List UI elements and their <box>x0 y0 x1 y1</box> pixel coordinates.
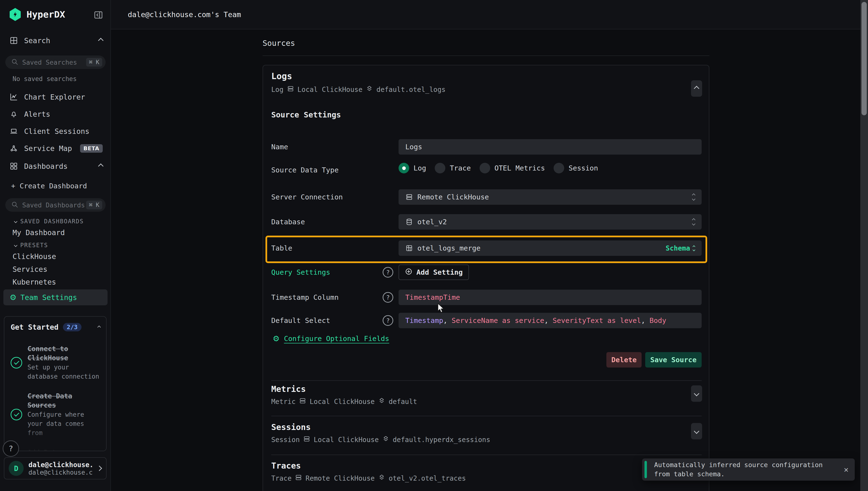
chevron-up-icon <box>694 86 699 91</box>
source-type-text: Metric <box>271 398 296 406</box>
sidebar: HyperDX Search Saved Searches ⌘ K No sav… <box>0 0 111 491</box>
database-label: Database <box>271 216 305 227</box>
logs-section-title: Logs <box>271 71 292 81</box>
sql-sep: , <box>443 316 452 325</box>
server-connection-select[interactable]: Remote ClickHouse <box>398 189 701 205</box>
server-icon <box>295 474 302 483</box>
sidebar-item-clickhouse[interactable]: ClickHouse <box>12 252 56 261</box>
database-select[interactable]: otel_v2 <box>398 214 701 230</box>
search-icon <box>11 201 18 209</box>
sidebar-item-alerts[interactable]: Alerts <box>0 107 111 121</box>
get-started-header[interactable]: Get Started 2/3 <box>4 317 106 334</box>
search-icon <box>11 58 18 66</box>
expand-metrics-button[interactable] <box>691 385 702 402</box>
sql-token: Body <box>650 316 666 325</box>
question-mark-icon: ? <box>8 444 13 453</box>
saved-searches-input[interactable]: Saved Searches ⌘ K <box>5 55 106 69</box>
saved-dashboards-placeholder: Saved Dashboards <box>22 201 86 209</box>
add-setting-label: Add Setting <box>416 268 463 277</box>
question-circle-icon[interactable]: ? <box>383 292 393 302</box>
table-grid-icon <box>405 244 413 252</box>
divider <box>271 416 701 416</box>
question-circle-icon[interactable]: ? <box>383 267 393 278</box>
shortcut-badge: ⌘ K <box>86 58 102 66</box>
sql-token: Timestamp <box>405 316 443 325</box>
save-source-button[interactable]: Save Source <box>645 352 701 368</box>
radio-log[interactable]: Log <box>398 163 426 173</box>
question-mark: ? <box>386 269 390 276</box>
select-chevrons-icon <box>692 194 695 200</box>
close-icon[interactable]: ✕ <box>844 465 848 474</box>
saved-dashboards-input[interactable]: Saved Dashboards ⌘ K <box>5 198 106 212</box>
delete-button[interactable]: Delete <box>606 352 641 368</box>
default-select-input[interactable]: Timestamp, ServiceName as service, Sever… <box>398 313 701 328</box>
radio-session[interactable]: Session <box>553 163 598 173</box>
get-started-item-title: Connect to ClickHouse <box>28 344 96 363</box>
timestamp-column-input[interactable]: TimestampTime <box>398 290 701 305</box>
progress-badge: 2/3 <box>63 323 82 331</box>
table-name-text: otel_v2.otel_traces <box>389 474 466 482</box>
layers-icon <box>378 397 385 406</box>
sidebar-item-team-settings[interactable]: ⚙ Team Settings <box>3 289 108 305</box>
sidebar-item-services[interactable]: Services <box>12 265 48 273</box>
profile-card[interactable]: D dale@clickhouse.… dale@clickhouse.c… <box>4 457 107 480</box>
database-value: otel_v2 <box>417 218 447 226</box>
create-dashboard-button[interactable]: + Create Dashboard <box>0 179 111 193</box>
schema-badge[interactable]: Schema <box>666 244 695 252</box>
divider <box>271 455 701 455</box>
radio-trace[interactable]: Trace <box>435 163 471 173</box>
section-label: PRESETS <box>20 242 48 249</box>
sidebar-item-kubernetes[interactable]: Kubernetes <box>12 278 56 286</box>
table-name-text: default.hyperdx_sessions <box>393 436 490 444</box>
timestamp-column-value: TimestampTime <box>405 293 460 301</box>
name-input[interactable]: Logs <box>398 139 701 154</box>
server-name-text: Local ClickHouse <box>298 86 363 93</box>
gear-icon: ⚙ <box>273 334 280 343</box>
chart-explorer-icon <box>10 93 20 101</box>
server-connection-label: Server Connection <box>271 192 343 202</box>
timestamp-column-label: Timestamp Column <box>271 292 338 302</box>
sql-token: SeverityText as level <box>552 316 641 325</box>
source-settings-heading: Source Settings <box>271 110 341 119</box>
database-icon <box>405 218 413 226</box>
sidebar-collapse-icon[interactable] <box>94 10 103 20</box>
radio-label: OTEL Metrics <box>495 164 545 172</box>
no-saved-searches-text: No saved searches <box>12 75 77 83</box>
get-started-item-connect[interactable]: Connect to ClickHouse Set up your databa… <box>4 344 106 381</box>
add-setting-button[interactable]: Add Setting <box>398 264 469 280</box>
saved-dashboards-section-header[interactable]: SAVED DASHBOARDS <box>14 218 84 225</box>
query-settings-label: Query Settings <box>271 267 330 278</box>
chevron-down-icon <box>694 429 699 434</box>
help-button[interactable]: ? <box>3 440 19 457</box>
sidebar-item-search[interactable]: Search <box>0 33 111 48</box>
question-mark: ? <box>386 317 390 324</box>
sidebar-item-client-sessions[interactable]: Client Sessions <box>0 124 111 138</box>
sidebar-item-dashboards[interactable]: Dashboards <box>0 159 111 173</box>
radio-selected-icon <box>398 163 409 173</box>
expand-sessions-button[interactable] <box>691 423 702 439</box>
sources-card: Logs Log Local ClickHouse default.otel_l… <box>263 65 709 491</box>
server-name-text: Local ClickHouse <box>309 398 375 406</box>
table-select[interactable]: otel_logs_merge Schema <box>398 240 701 256</box>
toast-accent-bar <box>645 461 647 478</box>
sidebar-item-service-map[interactable]: Service Map BETA <box>0 141 111 155</box>
get-started-item-desc: Configure where your data comes from <box>28 410 101 437</box>
presets-section-header[interactable]: PRESETS <box>14 242 48 249</box>
collapse-logs-button[interactable] <box>691 80 702 97</box>
sidebar-item-my-dashboard[interactable]: My Dashboard <box>12 228 65 237</box>
question-circle-icon[interactable]: ? <box>383 315 393 326</box>
default-select-label: Default Select <box>271 315 330 326</box>
sql-sep: , <box>544 316 552 325</box>
server-icon <box>303 435 310 444</box>
get-started-item-create-sources[interactable]: Create Data Sources Configure where your… <box>4 392 106 437</box>
configure-optional-fields-link[interactable]: ⚙ Configure Optional Fields <box>273 334 389 343</box>
scrollbar-thumb[interactable] <box>862 2 867 115</box>
get-started-item-add-data[interactable]: 3 Add Data Start sending logs, metrics, … <box>4 448 106 451</box>
server-icon <box>287 85 294 94</box>
sidebar-item-chart-explorer[interactable]: Chart Explorer <box>0 90 111 104</box>
gear-icon: ⚙ <box>10 293 17 302</box>
radio-otel-metrics[interactable]: OTEL Metrics <box>480 163 545 173</box>
table-value: otel_logs_merge <box>417 244 481 252</box>
create-dashboard-label: Create Dashboard <box>20 182 87 190</box>
sessions-subtitle: Session Local ClickHouse default.hyperdx… <box>271 435 490 444</box>
